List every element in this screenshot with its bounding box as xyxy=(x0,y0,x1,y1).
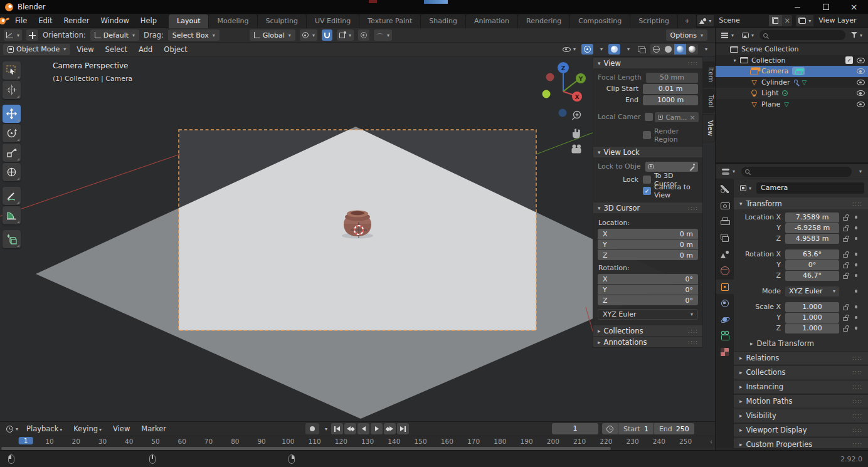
hide-eye-icon[interactable] xyxy=(857,80,865,85)
outliner-row[interactable]: Camera xyxy=(716,66,868,77)
transform-value-field[interactable]: 4.9583 m xyxy=(785,234,839,244)
frame-tick[interactable]: 1 xyxy=(19,437,33,444)
object-name-field[interactable]: Camera xyxy=(756,182,864,194)
properties-tab[interactable] xyxy=(716,296,734,310)
panel-grip[interactable] xyxy=(852,369,862,375)
scene-browse-button[interactable] xyxy=(697,15,714,26)
properties-tab[interactable] xyxy=(716,231,734,245)
frame-tick[interactable]: 60 xyxy=(178,438,186,445)
cursor-tool[interactable] xyxy=(3,81,21,99)
lock-icon[interactable] xyxy=(843,228,848,231)
close-button[interactable] xyxy=(840,0,868,14)
overlays-toggle[interactable] xyxy=(608,44,620,55)
frame-tick[interactable]: 250 xyxy=(679,438,692,445)
clear-icon[interactable] xyxy=(689,113,695,122)
view-layer-browse-button[interactable] xyxy=(796,15,813,26)
drag-dropdown[interactable]: Select Box xyxy=(168,29,220,41)
workspace-tab[interactable]: UV Editing xyxy=(307,14,359,28)
frame-tick[interactable]: 80 xyxy=(231,438,239,445)
outliner-row[interactable]: Light xyxy=(716,88,868,99)
cursor-location-field[interactable]: Y0 m xyxy=(598,239,698,249)
snap-toggle-button[interactable] xyxy=(322,29,332,41)
viewport-menu-item[interactable]: Object xyxy=(159,45,192,54)
proportional-edit-button[interactable] xyxy=(358,29,369,41)
viewport-menu-item[interactable]: Add xyxy=(134,45,157,54)
cursor-location-field[interactable]: X0 m xyxy=(598,229,698,239)
cursor-rotation-field[interactable]: Z0° xyxy=(598,295,698,305)
new-scene-button[interactable] xyxy=(769,15,782,26)
workspace-tab[interactable]: Layout xyxy=(169,14,209,28)
animate-dot[interactable] xyxy=(855,290,858,293)
outliner-row[interactable]: Plane xyxy=(716,99,868,110)
mesh-data-icon[interactable] xyxy=(802,79,807,86)
scene-name-field[interactable]: Scene xyxy=(714,15,769,26)
properties-search-input[interactable] xyxy=(741,167,852,177)
frame-tick[interactable]: 70 xyxy=(204,438,213,445)
shading-dropdown[interactable] xyxy=(701,44,710,55)
cursor-rotation-field[interactable]: X0° xyxy=(598,274,698,284)
lock-icon[interactable] xyxy=(843,265,848,268)
shading-rendered-button[interactable] xyxy=(686,44,698,55)
lock-icon[interactable] xyxy=(843,238,848,242)
frame-tick[interactable]: 40 xyxy=(125,438,133,445)
lock-icon[interactable] xyxy=(843,317,848,321)
lock-icon[interactable] xyxy=(843,254,848,258)
end-frame-field[interactable]: End250 xyxy=(654,423,694,434)
outliner-search-input[interactable] xyxy=(760,30,845,40)
frame-tick[interactable]: 190 xyxy=(521,438,533,445)
camera-to-view-checkbox[interactable] xyxy=(643,187,651,195)
collapsed-panel-header[interactable]: Annotations xyxy=(593,336,702,347)
viewport-menu-item[interactable]: View xyxy=(71,45,98,54)
transform-tool[interactable] xyxy=(3,163,21,181)
expander-icon[interactable] xyxy=(731,58,739,63)
panel-grip[interactable] xyxy=(688,60,698,66)
transform-value-field[interactable]: 46.7° xyxy=(785,271,839,281)
value-field[interactable]: 50 mm xyxy=(646,73,698,83)
transform-value-field[interactable]: 63.6° xyxy=(785,249,839,260)
properties-tab[interactable] xyxy=(716,263,734,278)
panel-grip[interactable] xyxy=(852,427,862,433)
snap-settings-dropdown[interactable] xyxy=(337,29,354,41)
outliner-row[interactable]: Scene Collection xyxy=(716,44,868,55)
frame-tick[interactable]: 150 xyxy=(415,438,427,445)
panel-grip[interactable] xyxy=(852,398,862,404)
outliner-display-mode-dropdown[interactable] xyxy=(719,30,736,41)
properties-options-dropdown[interactable] xyxy=(855,166,864,177)
transform-value-field[interactable]: 1.000 xyxy=(785,323,839,333)
workspace-tab[interactable]: Sculpting xyxy=(258,14,307,28)
annotate-tool[interactable] xyxy=(3,187,21,205)
menu-item[interactable]: Edit xyxy=(33,14,58,28)
outliner-row[interactable]: Cylinder xyxy=(716,77,868,88)
animate-dot[interactable] xyxy=(855,226,858,229)
animate-dot[interactable] xyxy=(855,316,858,319)
menu-item[interactable]: File xyxy=(9,14,33,28)
collapsed-panel-header[interactable]: Viewport Display xyxy=(734,423,868,436)
frame-tick[interactable]: 130 xyxy=(361,438,374,445)
menu-item[interactable]: Render xyxy=(58,14,95,28)
workspace-tab[interactable]: Shading xyxy=(421,14,466,28)
timeline-menu-item[interactable]: View xyxy=(107,424,135,433)
timeline-menu-item[interactable]: Playback xyxy=(21,424,68,433)
mode-dropdown[interactable]: Object Mode xyxy=(3,44,70,55)
light-data-icon[interactable] xyxy=(782,90,788,96)
transform-value-field[interactable]: 1.000 xyxy=(785,302,839,312)
frame-tick[interactable]: 10 xyxy=(45,438,53,445)
timeline-menu-item[interactable]: Marker xyxy=(135,424,172,433)
play-reverse-button[interactable] xyxy=(357,423,369,434)
scroll-collapse-icon[interactable] xyxy=(710,438,712,445)
transform-space-dropdown[interactable]: Global xyxy=(250,29,295,41)
collapsed-panel-header[interactable]: Instancing xyxy=(734,380,868,393)
value-field[interactable]: 0.01 m xyxy=(643,84,698,94)
properties-display-dropdown[interactable] xyxy=(719,166,738,177)
render-region-checkbox[interactable] xyxy=(643,131,651,139)
properties-tab[interactable] xyxy=(716,345,734,359)
cursor-rotation-field[interactable]: Y0° xyxy=(598,285,698,295)
workspace-tab[interactable]: Modeling xyxy=(209,14,257,28)
outliner-row[interactable]: Collection xyxy=(716,55,868,66)
current-frame-field[interactable]: 1 xyxy=(552,423,598,434)
frame-tick[interactable]: 230 xyxy=(627,438,639,445)
frame-tick[interactable]: 180 xyxy=(494,438,506,445)
collapsed-panel-header[interactable]: Collections xyxy=(734,365,868,379)
properties-tab[interactable] xyxy=(716,280,734,294)
workspace-tab[interactable]: Rendering xyxy=(518,14,570,28)
